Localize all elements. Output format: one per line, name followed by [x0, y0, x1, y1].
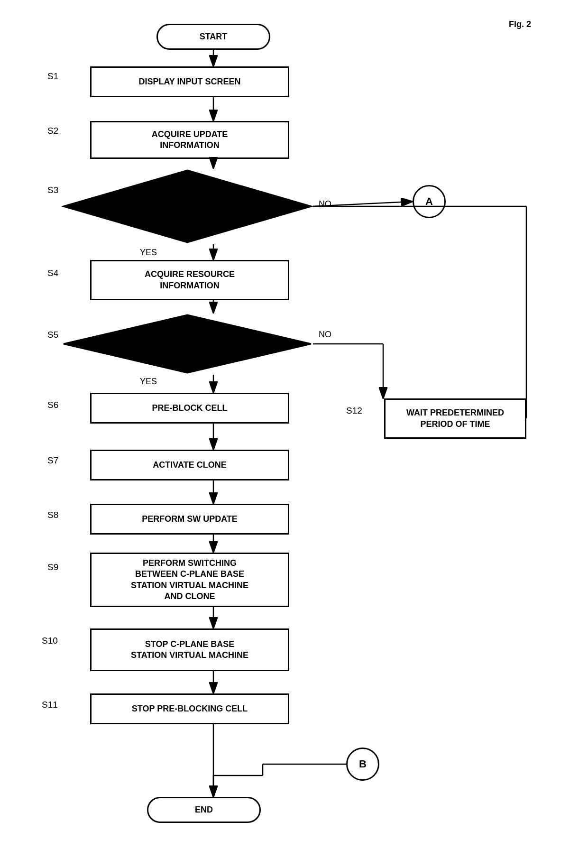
s6-label: PRE-BLOCK CELL	[152, 403, 228, 414]
step-s9-label: S9	[47, 562, 58, 573]
step-s11-label: S11	[42, 700, 58, 710]
step-s7-label: S7	[47, 455, 58, 466]
step-s12-label: S12	[346, 406, 362, 416]
s7-label: ACTIVATE CLONE	[153, 460, 226, 471]
start-label: START	[200, 31, 228, 42]
s9-label: PERFORM SWITCHING BETWEEN C-PLANE BASE S…	[131, 558, 248, 602]
s1-box: DISPLAY INPUT SCREEN	[90, 66, 289, 97]
s7-box: ACTIVATE CLONE	[90, 450, 289, 480]
step-s4-label: S4	[47, 268, 58, 278]
step-s3-label: S3	[47, 185, 58, 195]
s3-yes-label: YES	[140, 248, 157, 258]
s8-label: PERFORM SW UPDATE	[142, 514, 238, 525]
end-node: END	[147, 797, 261, 823]
step-s1-label: S1	[47, 71, 58, 82]
step-s5-label: S5	[47, 330, 58, 340]
step-s8-label: S8	[47, 510, 58, 520]
connector-a: A	[413, 185, 446, 218]
s3-diamond: IS TARGET OF SOFTWARE UPDATE PROCESS C-P…	[62, 168, 313, 244]
s5-diamond: CAN CLONE BE ACTIVATED ?	[62, 313, 313, 375]
s4-box: ACQUIRE RESOURCE INFORMATION	[90, 260, 289, 300]
s3-no-label: NO	[319, 199, 331, 209]
s5-label: CAN CLONE BE ACTIVATED ?	[119, 334, 256, 354]
diagram-container: Fig. 2 START S1 DISPLAY INPUT SCREEN S2 …	[0, 0, 588, 868]
s3-label: IS TARGET OF SOFTWARE UPDATE PROCESS C-P…	[108, 188, 266, 225]
connector-b: B	[346, 748, 379, 781]
s2-box: ACQUIRE UPDATE INFORMATION	[90, 121, 289, 159]
connector-b-label: B	[359, 757, 367, 771]
s11-box: STOP PRE-BLOCKING CELL	[90, 693, 289, 724]
s5-yes-label: YES	[140, 377, 157, 387]
figure-label: Fig. 2	[509, 19, 531, 30]
s8-box: PERFORM SW UPDATE	[90, 504, 289, 535]
s4-label: ACQUIRE RESOURCE INFORMATION	[145, 269, 235, 291]
s6-box: PRE-BLOCK CELL	[90, 393, 289, 424]
start-node: START	[156, 24, 270, 50]
step-s2-label: S2	[47, 126, 58, 136]
s10-label: STOP C-PLANE BASE STATION VIRTUAL MACHIN…	[131, 639, 248, 661]
s12-label: WAIT PREDETERMINED PERIOD OF TIME	[406, 407, 504, 430]
s12-box: WAIT PREDETERMINED PERIOD OF TIME	[384, 398, 526, 439]
end-label: END	[195, 804, 213, 815]
step-s10-label: S10	[42, 636, 58, 646]
s10-box: STOP C-PLANE BASE STATION VIRTUAL MACHIN…	[90, 628, 289, 671]
s11-label: STOP PRE-BLOCKING CELL	[132, 703, 248, 714]
s2-label: ACQUIRE UPDATE INFORMATION	[152, 129, 228, 151]
s1-label: DISPLAY INPUT SCREEN	[138, 76, 240, 87]
s5-no-label: NO	[319, 330, 331, 340]
connector-a-label: A	[425, 195, 433, 209]
step-s6-label: S6	[47, 400, 58, 410]
s9-box: PERFORM SWITCHING BETWEEN C-PLANE BASE S…	[90, 553, 289, 607]
